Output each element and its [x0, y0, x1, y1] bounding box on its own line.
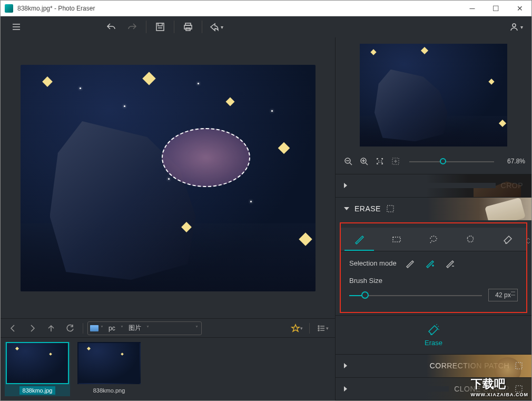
thumbnail-label: 838kmo.png: [90, 386, 129, 395]
nav-up-button[interactable]: [43, 320, 60, 337]
zoom-actual-button[interactable]: [389, 155, 402, 168]
brush-size-label: Brush Size: [349, 277, 518, 285]
expand-icon: [344, 183, 496, 188]
brush-size-row: Brush Size 42 px: [341, 276, 526, 308]
breadcrumb-item[interactable]: 图片: [125, 324, 144, 332]
erase-action-label: Erase: [425, 339, 442, 347]
preview-image[interactable]: [360, 44, 507, 146]
brush-tool-tab[interactable]: [341, 228, 378, 251]
canvas-image[interactable]: [21, 65, 316, 291]
expand-icon: [344, 363, 425, 368]
zoom-controls: 1:1 67.8%: [336, 153, 531, 174]
window-controls: ─ ☐ ✕: [460, 1, 531, 16]
main-toolbar: ▾ ▾: [1, 16, 531, 37]
thumbnail-strip: 838kmo.jpg 838kmo.png: [1, 337, 335, 400]
print-button[interactable]: [178, 16, 199, 37]
brush-size-slider[interactable]: [349, 290, 482, 300]
panel-label: ERASE: [354, 204, 381, 213]
clone-stamp-panel-header[interactable]: CLONE STAMP: [336, 377, 531, 400]
zoom-in-button[interactable]: [358, 155, 370, 168]
svg-point-6: [318, 328, 319, 329]
selection-mode-label: Selection mode: [349, 259, 397, 267]
svg-rect-2: [184, 25, 192, 29]
thumbnail-image: [6, 342, 69, 384]
preview-area: [336, 37, 531, 153]
zoom-slider[interactable]: [409, 156, 494, 167]
correction-patch-panel-header[interactable]: CORRECTION PATCH: [336, 354, 531, 377]
brush-size-input[interactable]: 42 px: [488, 289, 518, 301]
svg-point-7: [318, 330, 319, 331]
zoom-value: 67.8%: [501, 158, 525, 165]
erase-panel-body: Selection mode Brush Size 42 px: [340, 222, 527, 313]
favorite-button[interactable]: ▾: [288, 320, 305, 337]
expand-icon: [344, 386, 449, 392]
svg-rect-12: [387, 206, 393, 212]
breadcrumb-item[interactable]: pc: [105, 325, 119, 332]
thumbnail-item[interactable]: 838kmo.png: [76, 342, 142, 396]
canvas-area[interactable]: [1, 37, 335, 318]
save-button[interactable]: [150, 16, 171, 37]
minimize-button[interactable]: ─: [460, 1, 484, 16]
mode-add-button[interactable]: [423, 257, 437, 270]
thumbnail-label: 838kmo.jpg: [19, 386, 56, 395]
nav-refresh-button[interactable]: [62, 320, 78, 337]
thumbnail-item[interactable]: 838kmo.jpg: [5, 342, 70, 396]
drive-icon: [90, 325, 98, 331]
undo-button[interactable]: [101, 16, 122, 37]
bottom-nav: ˅ pc ˅ 图片 ˅ ˅ ▾ ▾: [1, 318, 335, 337]
account-button[interactable]: ▾: [505, 16, 526, 37]
svg-rect-13: [393, 237, 400, 242]
mode-new-button[interactable]: [403, 257, 417, 270]
app-logo-icon: [5, 4, 13, 13]
window-title: 838kmo.jpg* - Photo Eraser: [17, 5, 460, 12]
scroll-indicator[interactable]: [526, 238, 530, 244]
erase-panel-header[interactable]: ERASE: [336, 197, 531, 220]
erase-action-button[interactable]: Erase: [336, 315, 531, 354]
view-options-button[interactable]: ▾: [314, 320, 331, 337]
mode-subtract-button[interactable]: [443, 257, 457, 270]
svg-text:1:1: 1:1: [378, 160, 383, 163]
left-pane: ˅ pc ˅ 图片 ˅ ˅ ▾ ▾: [1, 37, 336, 400]
collapse-icon: [344, 207, 349, 210]
svg-rect-14: [516, 363, 522, 369]
eraser-tool-tab[interactable]: [489, 228, 526, 251]
share-button[interactable]: ▾: [205, 16, 226, 37]
zoom-fit-button[interactable]: 1:1: [373, 155, 386, 168]
breadcrumb[interactable]: ˅ pc ˅ 图片 ˅ ˅: [87, 321, 202, 335]
titlebar: 838kmo.jpg* - Photo Eraser ─ ☐ ✕: [1, 1, 531, 16]
nav-back-button[interactable]: [5, 320, 22, 337]
close-button[interactable]: ✕: [508, 1, 531, 16]
nav-forward-button[interactable]: [24, 320, 41, 337]
thumbnail-image: [77, 342, 141, 384]
right-pane: 1:1 67.8% CROP ERASE: [336, 37, 531, 400]
svg-rect-0: [156, 23, 164, 31]
svg-point-5: [318, 326, 319, 327]
svg-rect-15: [516, 386, 522, 392]
selection-mode-row: Selection mode: [341, 251, 526, 276]
rectangle-tool-tab[interactable]: [378, 228, 415, 251]
app-window: 838kmo.jpg* - Photo Eraser ─ ☐ ✕ ▾ ▾: [0, 0, 532, 401]
redo-button[interactable]: [122, 16, 143, 37]
erase-tool-tabs: [341, 228, 526, 251]
svg-point-4: [513, 24, 516, 27]
selection-marquee[interactable]: [162, 128, 250, 187]
lasso-tool-tab[interactable]: [415, 228, 452, 251]
crop-panel-header[interactable]: CROP: [336, 174, 531, 197]
menu-button[interactable]: [6, 16, 27, 37]
content-area: ˅ pc ˅ 图片 ˅ ˅ ▾ ▾: [1, 37, 531, 400]
polygon-tool-tab[interactable]: [452, 228, 489, 251]
zoom-out-button[interactable]: [342, 155, 354, 168]
maximize-button[interactable]: ☐: [484, 1, 508, 16]
